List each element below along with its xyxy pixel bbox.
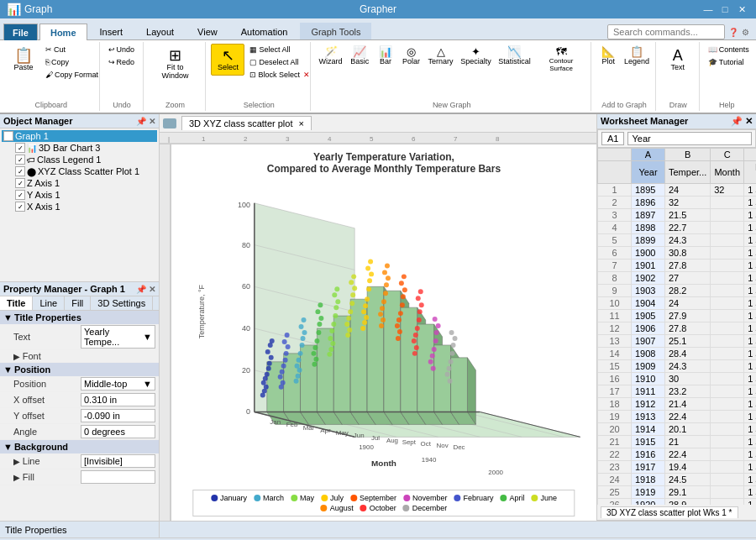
table-row[interactable]: 24 1918 24.5 1 January: [598, 474, 757, 486]
tab-graph-tools[interactable]: Graph Tools: [300, 23, 371, 39]
table-row[interactable]: 5 1899 24.3 1 January: [598, 234, 757, 247]
cell-month[interactable]: [711, 222, 744, 234]
table-row[interactable]: 7 1901 27.8 1 January: [598, 260, 757, 272]
tree-check-xaxis[interactable]: ✓: [15, 202, 25, 212]
cell-monthn[interactable]: 1 January: [744, 398, 756, 411]
copy-button[interactable]: ⎘ Copy: [42, 56, 102, 68]
tree-check-yaxis[interactable]: ✓: [15, 190, 25, 200]
cell-temp[interactable]: 28.9: [665, 499, 711, 506]
title-properties-header[interactable]: ▼ Title Properties: [0, 311, 159, 324]
block-select-button[interactable]: ⊡ Block Select ✕: [246, 69, 313, 81]
table-row[interactable]: 20 1914 20.1 1 January: [598, 423, 757, 436]
cell-monthn[interactable]: 1 January: [744, 247, 756, 260]
cell-monthn[interactable]: 1 January: [744, 335, 756, 348]
cell-temp[interactable]: 27: [665, 272, 711, 285]
table-row[interactable]: 25 1919 29.1 1 January: [598, 486, 757, 499]
table-row[interactable]: 6 1900 30.8 1 January: [598, 247, 757, 260]
cell-monthn[interactable]: 1 January: [744, 461, 756, 474]
tree-item-yaxis[interactable]: ✓ Y Axis 1: [2, 189, 157, 201]
prop-tab-fill[interactable]: Fill: [65, 296, 91, 310]
col-header-b[interactable]: B: [665, 149, 711, 161]
cell-year[interactable]: 1910: [632, 373, 665, 385]
worksheet-table[interactable]: A B C D Year Temper... Month Month N...: [597, 148, 756, 505]
cell-monthn[interactable]: 1 January: [744, 373, 756, 385]
table-row[interactable]: 4 1898 22.7 1 January: [598, 222, 757, 234]
cell-monthn[interactable]: 1 January: [744, 260, 756, 272]
cell-year[interactable]: 1902: [632, 272, 665, 285]
table-row[interactable]: 1 1895 24 32 1 January: [598, 184, 757, 197]
tree-check-scatter[interactable]: ✓: [15, 166, 25, 176]
prop-tab-title[interactable]: Title: [0, 296, 33, 310]
cell-temp[interactable]: 23.2: [665, 385, 711, 398]
text-button[interactable]: A Text: [661, 44, 695, 76]
table-row[interactable]: 23 1917 19.4 1 January: [598, 461, 757, 474]
cell-monthn[interactable]: 1 January: [744, 297, 756, 310]
cell-monthn[interactable]: 1 January: [744, 322, 756, 335]
cell-year[interactable]: 1915: [632, 436, 665, 448]
cell-monthn[interactable]: 1 January: [744, 448, 756, 461]
cell-temp[interactable]: 21.5: [665, 209, 711, 222]
cell-month[interactable]: [711, 411, 744, 423]
cell-month[interactable]: [711, 272, 744, 285]
cell-year[interactable]: 1899: [632, 234, 665, 247]
cell-year[interactable]: 1914: [632, 423, 665, 436]
cell-monthn[interactable]: 1 January: [744, 423, 756, 436]
cell-month[interactable]: [711, 448, 744, 461]
cell-temp[interactable]: 24.3: [665, 360, 711, 373]
cell-month[interactable]: [711, 373, 744, 385]
undo-button[interactable]: ↩ Undo: [105, 44, 139, 55]
prop-tab-3dsettings[interactable]: 3D Settings: [91, 296, 153, 310]
cell-temp[interactable]: 30: [665, 373, 711, 385]
cell-temp[interactable]: 32: [665, 197, 711, 209]
cell-year[interactable]: 1895: [632, 184, 665, 197]
prop-tab-line[interactable]: Line: [33, 296, 65, 310]
minimize-btn[interactable]: —: [701, 3, 716, 16]
prop-bg-line-value[interactable]: [Invisible]: [81, 454, 155, 468]
tab-insert[interactable]: Insert: [89, 23, 134, 39]
cell-month[interactable]: [711, 234, 744, 247]
cell-month[interactable]: [711, 260, 744, 272]
cell-monthn[interactable]: 1 January: [744, 499, 756, 506]
cell-temp[interactable]: 21.4: [665, 398, 711, 411]
cell-year[interactable]: 1903: [632, 285, 665, 297]
table-row[interactable]: 10 1904 24 1 January: [598, 297, 757, 310]
cell-monthn[interactable]: 1 January: [744, 222, 756, 234]
cell-year[interactable]: 1896: [632, 197, 665, 209]
table-row[interactable]: 18 1912 21.4 1 January: [598, 398, 757, 411]
table-row[interactable]: 26 1920 28.9 1 January: [598, 499, 757, 506]
cell-month[interactable]: [711, 436, 744, 448]
cell-monthn[interactable]: 1 January: [744, 184, 756, 197]
cell-temp[interactable]: 29.1: [665, 486, 711, 499]
ternary-button[interactable]: △ Ternary: [425, 44, 456, 68]
cell-month[interactable]: [711, 398, 744, 411]
select-button[interactable]: ↖ Select: [211, 44, 244, 76]
plot-button[interactable]: 📐 Plot: [596, 44, 620, 68]
cell-month[interactable]: [711, 197, 744, 209]
table-row[interactable]: 2 1896 32 1 January: [598, 197, 757, 209]
background-header[interactable]: ▼ Background: [0, 440, 159, 453]
cell-temp[interactable]: 22.7: [665, 222, 711, 234]
object-manager-pin[interactable]: 📌 ✕: [136, 117, 155, 126]
tab-home[interactable]: Home: [39, 24, 87, 40]
table-row[interactable]: 13 1907 25.1 1 January: [598, 335, 757, 348]
cell-monthn[interactable]: 1 January: [744, 285, 756, 297]
cell-temp[interactable]: 20.1: [665, 423, 711, 436]
prop-bg-fill-value[interactable]: [81, 470, 155, 484]
cell-month[interactable]: [711, 209, 744, 222]
cell-year[interactable]: 1920: [632, 499, 665, 506]
cell-monthn[interactable]: 1 January: [744, 209, 756, 222]
basic-button[interactable]: 📈 Basic: [347, 44, 372, 68]
object-manager-content[interactable]: ✓ Graph 1 ✓ 📊 3D Bar Chart 3 ✓ 🏷 Class L…: [0, 128, 159, 281]
graph-canvas[interactable]: Yearly Temperature Variation, Compared t…: [171, 144, 596, 521]
table-row[interactable]: 14 1908 28.4 1 January: [598, 348, 757, 360]
table-row[interactable]: 22 1916 22.4 1 January: [598, 448, 757, 461]
worksheet-tab[interactable]: 3D XYZ class scatter plot Wks 1 *: [601, 506, 738, 518]
prop-text-value[interactable]: Yearly Tempe... ▼: [81, 325, 155, 349]
statistical-button[interactable]: 📉 Statistical: [496, 44, 533, 68]
table-row[interactable]: 16 1910 30 1 January: [598, 373, 757, 385]
tutorial-button[interactable]: 🎓 Tutorial: [705, 56, 753, 68]
wizard-button[interactable]: 🪄 Wizard: [316, 44, 345, 68]
property-manager-pin[interactable]: 📌 ✕: [136, 285, 155, 294]
cell-month[interactable]: [711, 285, 744, 297]
cell-temp[interactable]: 24.3: [665, 234, 711, 247]
